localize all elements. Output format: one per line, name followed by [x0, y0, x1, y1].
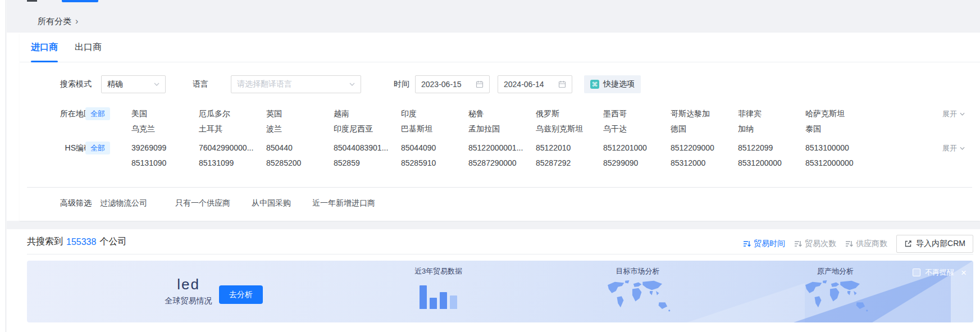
region-item[interactable]: 孟加拉国 [468, 121, 536, 137]
single-supplier-option[interactable]: 只有一个供应商 [175, 198, 230, 208]
region-item[interactable]: 巴基斯坦 [401, 121, 468, 137]
close-icon[interactable]: × [961, 268, 967, 278]
hscode-item[interactable]: 85312000000 [805, 156, 910, 171]
region-filter-block: 所在地区 全部 美国 厄瓜多尔 英国 越南 印度 秘鲁 俄罗斯 墨西哥 哥斯达黎… [20, 106, 980, 139]
dismiss-controls: 不再提醒 × [913, 267, 967, 278]
calendar-icon [476, 80, 484, 88]
command-icon: ⌘ [590, 80, 599, 89]
sort-supplier-count[interactable]: 供应商数 [845, 239, 887, 249]
hscode-item[interactable]: 852859 [334, 156, 401, 171]
end-date-picker[interactable]: 2024-06-14 [498, 75, 572, 93]
advanced-filter-label: 高级筛选 [38, 198, 92, 208]
hscode-item[interactable]: 8531200000 [738, 156, 805, 171]
go-analyze-button[interactable]: 去分析 [219, 285, 263, 304]
filter-logistics-option[interactable]: 过滤物流公司 [100, 198, 147, 208]
tab-importers[interactable]: 进口商 [31, 33, 58, 62]
region-item[interactable]: 秘鲁 [468, 106, 536, 121]
chevron-down-icon [960, 112, 965, 116]
hscode-item[interactable]: 8513100000 [805, 140, 910, 156]
region-item[interactable]: 乌克兰 [131, 121, 199, 137]
region-item[interactable]: 泰国 [805, 121, 910, 137]
origin-analysis-panel: 原产地分析 [797, 266, 873, 318]
hscode-item[interactable]: 85285200 [266, 156, 334, 171]
language-label: 语言 [193, 79, 208, 89]
trade-data-panel: 近3年贸易数据 [398, 266, 479, 309]
hscode-item[interactable]: 85312000 [671, 156, 738, 171]
region-item[interactable]: 厄瓜多尔 [199, 106, 266, 121]
sourced-from-china-option[interactable]: 从中国采购 [252, 198, 291, 208]
hscode-grid: 39269099 76042990000... 850440 850440839… [131, 140, 910, 171]
region-item[interactable]: 乌兹别克斯坦 [536, 121, 603, 137]
breadcrumb[interactable]: 所有分类 › [38, 16, 78, 27]
count-prefix: 共搜索到 [27, 236, 63, 248]
clipped-tab-fragment [27, 0, 37, 2]
hscode-item[interactable]: 85287290000 [468, 156, 536, 171]
filter-card: 进口商 出口商 搜索模式 精确 语言 请选择翻译语言 时间 [20, 33, 980, 221]
region-item[interactable]: 哈萨克斯坦 [805, 106, 910, 121]
start-date-value: 2023-06-15 [421, 80, 462, 89]
dont-remind-label: 不再提醒 [925, 267, 954, 278]
hscode-item[interactable]: 8512209000 [671, 140, 738, 156]
importer-exporter-tabs: 进口商 出口商 [20, 33, 980, 62]
dont-remind-checkbox[interactable] [913, 269, 920, 276]
region-item[interactable]: 哥斯达黎加 [671, 106, 738, 121]
hscode-item[interactable]: 85131099 [199, 156, 266, 171]
sort-descending-icon [845, 240, 853, 248]
hscode-filter-block: HS编码 全部 39269099 76042990000... 850440 8… [20, 140, 980, 173]
hscode-item[interactable]: 85122000001... [468, 140, 536, 156]
trade-data-title: 近3年贸易数据 [398, 266, 479, 276]
region-item[interactable]: 美国 [131, 106, 199, 121]
region-item[interactable]: 乌干达 [603, 121, 671, 137]
import-crm-button[interactable]: 导入内部CRM [896, 235, 973, 253]
clipped-tab-underline-fragment [62, 0, 98, 2]
hscode-item[interactable]: 85287292 [536, 156, 603, 171]
hscode-item[interactable]: 85122099 [738, 140, 805, 156]
end-date-value: 2024-06-14 [504, 80, 544, 89]
region-item[interactable]: 印度 [401, 106, 468, 121]
tab-exporters[interactable]: 出口商 [75, 33, 102, 62]
hscode-item[interactable]: 39269099 [131, 140, 199, 156]
expand-hscode-button[interactable]: 展开 [942, 140, 965, 156]
region-item[interactable]: 德国 [671, 121, 738, 137]
hscode-item[interactable]: 85044083901... [334, 140, 401, 156]
hscode-item[interactable]: 85285910 [401, 156, 468, 171]
region-item[interactable]: 越南 [334, 106, 401, 121]
region-item[interactable]: 土耳其 [199, 121, 266, 137]
results-count: 共搜索到 155338 个公司 [27, 236, 126, 248]
search-keyword: led [153, 276, 224, 293]
hscode-item[interactable]: 85131090 [131, 156, 199, 171]
results-card: 共搜索到 155338 个公司 贸易时间 贸易次数 供应商数 [20, 229, 980, 332]
region-item[interactable]: 墨西哥 [603, 106, 671, 121]
region-item[interactable]: 波兰 [266, 121, 334, 137]
region-item[interactable]: 英国 [266, 106, 334, 121]
hscode-all-chip[interactable]: 全部 [85, 142, 110, 154]
hscode-item[interactable]: 85299090 [603, 156, 671, 171]
world-map-icon [799, 280, 872, 316]
hscode-item[interactable]: 85122010 [536, 140, 603, 156]
bar [450, 295, 457, 309]
target-market-panel: 目标市场分析 [600, 266, 676, 318]
region-item[interactable]: 俄罗斯 [536, 106, 603, 121]
hscode-item[interactable]: 76042990000... [199, 140, 266, 156]
language-select[interactable]: 请选择翻译语言 [231, 75, 361, 93]
region-all-chip[interactable]: 全部 [85, 107, 110, 120]
hscode-item[interactable]: 85044090 [401, 140, 468, 156]
target-market-title: 目标市场分析 [600, 266, 676, 276]
region-item[interactable]: 印度尼西亚 [334, 121, 401, 137]
language-placeholder: 请选择翻译语言 [237, 79, 292, 89]
region-item[interactable]: 菲律宾 [738, 106, 805, 121]
new-importers-option[interactable]: 近一年新增进口商 [312, 198, 375, 208]
hscode-item[interactable]: 8512201000 [603, 140, 671, 156]
start-date-picker[interactable]: 2023-06-15 [415, 75, 490, 93]
sort-controls: 贸易时间 贸易次数 供应商数 导入内部CRM [743, 235, 973, 253]
sort-trade-time[interactable]: 贸易时间 [743, 239, 785, 249]
region-item[interactable]: 加纳 [738, 121, 805, 137]
quick-options-label: 快捷选项 [603, 79, 635, 89]
sort-trade-count[interactable]: 贸易次数 [794, 239, 836, 249]
origin-analysis-title: 原产地分析 [797, 266, 873, 276]
quick-options-button[interactable]: ⌘ 快捷选项 [584, 75, 641, 93]
search-mode-select[interactable]: 精确 [101, 75, 166, 93]
analysis-banner: led 全球贸易情况 去分析 近3年贸易数据 目标市场分析 [27, 261, 973, 322]
hscode-item[interactable]: 850440 [266, 140, 334, 156]
expand-region-button[interactable]: 展开 [942, 106, 965, 121]
